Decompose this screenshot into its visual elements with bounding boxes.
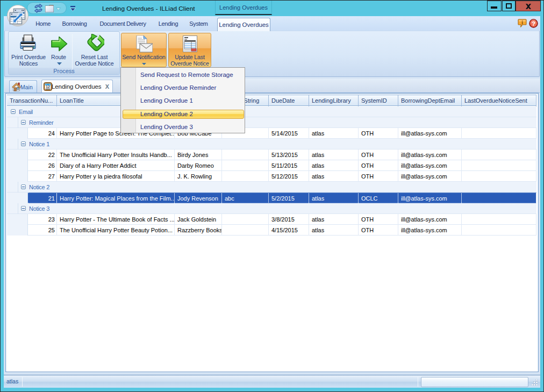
svg-text:i: i (521, 20, 523, 25)
svg-text:12: 12 (46, 85, 50, 89)
svg-text:?: ? (532, 20, 535, 27)
